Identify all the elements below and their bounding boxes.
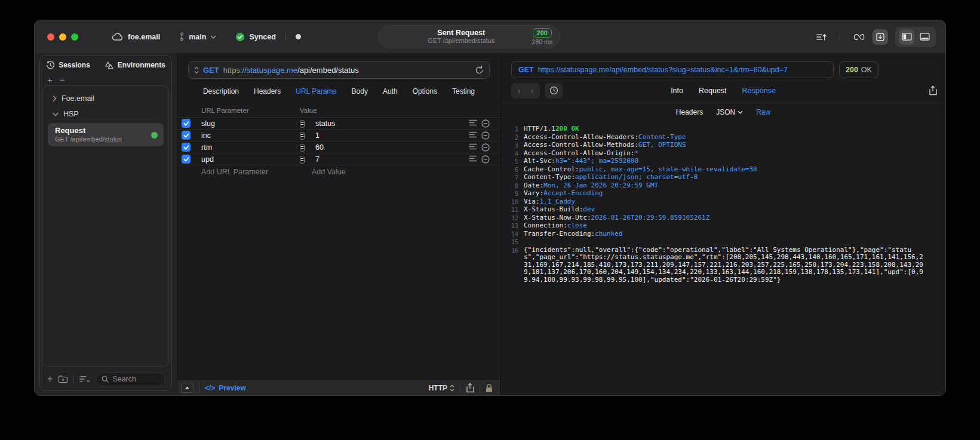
remove-param-icon[interactable]: [481, 143, 490, 152]
param-name-input[interactable]: upd: [201, 155, 300, 164]
param-checkbox-checked[interactable]: [182, 119, 191, 128]
sidebar-tab-sessions[interactable]: Sessions: [46, 61, 90, 70]
equals-icon: =: [300, 120, 305, 128]
collapse-panel-button[interactable]: [181, 383, 193, 393]
line-number: 8: [508, 182, 518, 190]
back-button[interactable]: ‹: [512, 84, 526, 97]
remove-param-icon[interactable]: [481, 119, 490, 128]
toggle-sidebar-button[interactable]: [899, 29, 914, 45]
new-folder-icon[interactable]: [58, 375, 68, 383]
reorder-lines-icon[interactable]: [469, 131, 477, 138]
param-checkbox-checked[interactable]: [182, 143, 191, 152]
minimize-window-button[interactable]: [59, 33, 66, 41]
add-item-button[interactable]: +: [47, 77, 53, 83]
lock-icon[interactable]: [486, 383, 493, 393]
tab-info[interactable]: Info: [671, 87, 683, 95]
sync-status-label: Synced: [249, 33, 275, 41]
branch-selector[interactable]: main: [179, 32, 216, 41]
tree-item-hsp[interactable]: HSP: [45, 106, 166, 122]
branch-name: main: [189, 33, 206, 41]
share-icon[interactable]: [466, 383, 474, 393]
line-number: 16: [508, 247, 518, 284]
tab-options[interactable]: Options: [413, 87, 437, 96]
raw-response-view[interactable]: 1HTTP/1.1 200 OK2Access-Control-Allow-He…: [501, 121, 945, 396]
remove-param-icon[interactable]: [481, 155, 490, 164]
sidebar-tab-environments[interactable]: Environments: [105, 61, 165, 70]
tab-testing[interactable]: Testing: [452, 87, 475, 96]
search-placeholder: Search: [112, 375, 136, 383]
request-url-bar[interactable]: GET https://statuspage.me/api/embed/stat…: [188, 61, 490, 79]
tab-description[interactable]: Description: [203, 87, 239, 96]
response-header-line: 6Cache-Control: public, max-age=15, stal…: [508, 166, 937, 174]
view-headers[interactable]: Headers: [676, 108, 703, 116]
reorder-lines-icon[interactable]: [469, 119, 477, 126]
loop-icon: [853, 33, 865, 41]
param-value-input[interactable]: 7: [312, 155, 466, 164]
response-url-bar[interactable]: GET https://statuspage.me/api/embed/stat…: [511, 61, 834, 78]
line-number: 7: [508, 174, 518, 182]
loop-button[interactable]: [851, 29, 867, 45]
tab-headers[interactable]: Headers: [254, 87, 281, 96]
close-window-button[interactable]: [47, 33, 54, 41]
add-param-value[interactable]: Add Value: [312, 168, 466, 176]
new-request-button[interactable]: +: [47, 376, 53, 382]
sort-list-icon[interactable]: [79, 376, 90, 383]
project-switcher[interactable]: foe.email: [112, 33, 160, 41]
reorder-lines-icon[interactable]: [469, 155, 477, 162]
line-number: 13: [508, 222, 518, 230]
param-checkbox-checked[interactable]: [182, 131, 191, 140]
reorder-lines-icon[interactable]: [469, 143, 477, 150]
tab-response[interactable]: Response: [742, 87, 776, 95]
add-param-name[interactable]: Add URL Parameter: [201, 168, 300, 176]
search-input[interactable]: Search: [96, 373, 165, 386]
divider: [480, 383, 480, 392]
toggle-bottom-panel-button[interactable]: [917, 29, 932, 45]
remove-param-icon[interactable]: [481, 131, 490, 140]
param-value-input[interactable]: 60: [312, 143, 466, 152]
equals-icon: =: [300, 132, 305, 140]
search-icon: [102, 376, 109, 383]
code-icon: </>: [205, 384, 215, 392]
history-button[interactable]: [545, 83, 563, 99]
request-list-item-selected[interactable]: Request GET /api/embed/status: [48, 123, 164, 146]
tree-item-foe-email[interactable]: Foe.email: [45, 91, 166, 106]
request-duration: 280 ms: [532, 38, 552, 45]
request-method[interactable]: GET: [203, 66, 219, 75]
tab-url-params[interactable]: URL Params: [296, 87, 336, 96]
response-method: GET: [518, 66, 534, 74]
tab-request[interactable]: Request: [699, 87, 727, 95]
param-name-input[interactable]: inc: [201, 131, 300, 140]
select-stepper-icon: [450, 384, 454, 392]
forward-button[interactable]: ›: [526, 84, 539, 97]
response-status-box: 200 OK: [839, 61, 878, 78]
param-value-input[interactable]: 1: [312, 131, 466, 140]
view-raw[interactable]: Raw: [756, 108, 770, 116]
method-stepper-icon[interactable]: [194, 66, 199, 74]
import-request-button[interactable]: [873, 29, 888, 45]
param-name-input[interactable]: rtm: [201, 143, 300, 152]
request-url[interactable]: https://statuspage.me/api/embed/status: [223, 66, 359, 75]
preview-button[interactable]: </> Preview: [205, 384, 246, 392]
record-dot-icon[interactable]: [296, 34, 301, 39]
param-row: rtm = 60: [177, 141, 500, 153]
protocol-selector[interactable]: HTTP: [429, 384, 454, 392]
sync-status[interactable]: Synced: [235, 32, 275, 42]
tab-auth[interactable]: Auth: [383, 87, 398, 96]
zoom-window-button[interactable]: [71, 33, 78, 41]
view-json[interactable]: JSON: [716, 108, 743, 116]
param-name-input[interactable]: slug: [201, 119, 300, 128]
scroll-to-top-button[interactable]: [813, 29, 829, 45]
divider: [73, 375, 74, 384]
equals-icon: =: [300, 156, 305, 164]
tab-body[interactable]: Body: [352, 87, 368, 96]
param-checkbox-checked[interactable]: [182, 155, 191, 164]
param-value-input[interactable]: status: [312, 119, 466, 128]
response-header-line: 10Via: 1.1 Caddy: [508, 198, 937, 207]
export-response-icon[interactable]: [929, 85, 937, 96]
request-footer-bar: </> Preview HTTP: [177, 379, 500, 396]
sent-request-summary[interactable]: Sent Request GET /api/embed/status 200 2…: [378, 25, 560, 48]
remove-item-button[interactable]: −: [60, 77, 65, 83]
send-refresh-icon[interactable]: [475, 65, 484, 75]
divider: [840, 33, 840, 41]
status-code-badge: 200: [533, 28, 552, 38]
